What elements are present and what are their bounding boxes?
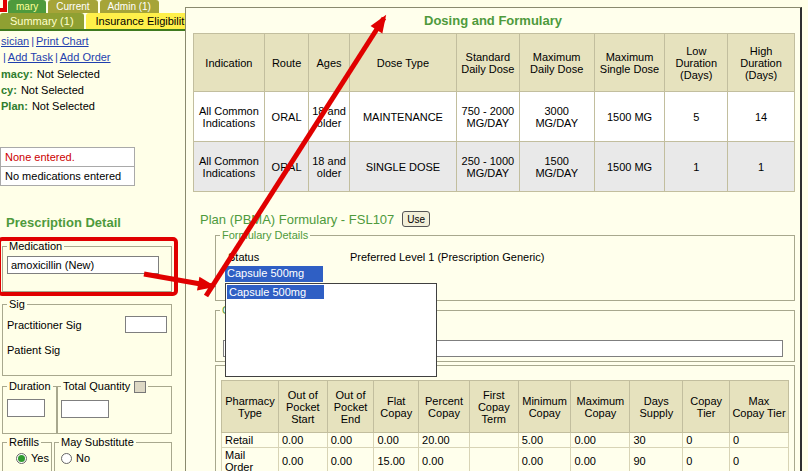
column-header: Indication xyxy=(194,34,265,92)
no-radio[interactable] xyxy=(61,453,72,464)
selection-label: cy: xyxy=(1,84,17,96)
physician-link[interactable]: sician xyxy=(1,35,29,47)
table-cell: All Common Indications xyxy=(194,142,265,192)
table-cell: 14 xyxy=(728,92,795,142)
tab-insurance-eligibility[interactable]: Insurance Eligibilit xyxy=(86,13,195,29)
form-dropdown-list: Capsule 500mg xyxy=(225,283,437,377)
table-cell: 15.00 xyxy=(374,448,419,471)
module-tab-bar: mary Current Admin (1) xyxy=(8,0,159,13)
yes-radio[interactable] xyxy=(16,453,27,464)
column-header: Maximum Daily Dose xyxy=(519,34,594,92)
plan-selection-row: Plan:Not Selected xyxy=(1,100,95,112)
duration-fieldset: Duration xyxy=(2,380,58,434)
add-order-link[interactable]: Add Order xyxy=(60,51,111,63)
add-task-link[interactable]: Add Task xyxy=(8,51,53,63)
separator: | xyxy=(55,51,58,63)
table-row: Mail Order0.000.0015.000.000.000.009000 xyxy=(222,448,789,471)
table-cell: 0.00 xyxy=(327,448,374,471)
copay-details-fieldset: Pharmacy TypeOut of Pocket StartOut of P… xyxy=(215,365,795,471)
column-header: Minimum Copay xyxy=(518,381,571,433)
table-cell: 1 xyxy=(728,142,795,192)
table-cell: 5.00 xyxy=(518,433,571,448)
column-header: Standard Daily Dose xyxy=(457,34,520,92)
chart-tab-bar: Summary (1) Insurance Eligibilit xyxy=(0,13,194,29)
copay-header-row: Pharmacy TypeOut of Pocket StartOut of P… xyxy=(222,381,789,433)
table-cell xyxy=(469,448,518,471)
tab-summary[interactable]: Summary (1) xyxy=(0,13,84,29)
column-header: Maximum Copay xyxy=(571,381,630,433)
column-header: Low Duration (Days) xyxy=(665,34,728,92)
table-cell: 0.00 xyxy=(518,448,571,471)
popup-title: Dosing and Formulary xyxy=(186,13,800,28)
table-cell: 0.00 xyxy=(571,433,630,448)
selection-label: macy: xyxy=(1,68,33,80)
print-chart-link[interactable]: Print Chart xyxy=(36,35,89,47)
dosing-table-body: All Common IndicationsORAL18 and olderMA… xyxy=(194,92,795,192)
prescription-detail-title: Prescription Detail xyxy=(6,215,121,230)
sig-fieldset: Sig Practitioner Sig Patient Sig xyxy=(2,298,172,376)
table-cell: SINGLE DOSE xyxy=(349,142,456,192)
table-cell: 30 xyxy=(630,433,683,448)
table-row: All Common IndicationsORAL18 and olderMA… xyxy=(194,92,795,142)
tab-admin[interactable]: Admin (1) xyxy=(100,0,159,13)
practitioner-sig-row: Practitioner Sig xyxy=(7,312,167,337)
patient-sig-label: Patient Sig xyxy=(7,344,167,356)
dropdown-option-capsule-500mg[interactable]: Capsule 500mg xyxy=(227,285,324,299)
no-label: No xyxy=(76,452,90,464)
table-cell: 1500 MG xyxy=(594,142,665,192)
copay-table-body: Retail0.000.000.0020.005.000.003000Mail … xyxy=(222,433,789,471)
table-cell: 1 xyxy=(665,142,728,192)
tab-current[interactable]: Current xyxy=(48,0,97,13)
table-cell: 0.00 xyxy=(278,433,327,448)
tab-underline xyxy=(0,29,188,31)
table-cell: 0 xyxy=(729,448,788,471)
copay-table: Pharmacy TypeOut of Pocket StartOut of P… xyxy=(221,380,789,471)
table-row: All Common IndicationsORAL18 and olderSI… xyxy=(194,142,795,192)
medication-input[interactable] xyxy=(7,256,159,274)
yes-label: Yes xyxy=(31,452,49,464)
tab-summary-partial[interactable]: mary xyxy=(8,0,46,13)
separator: | xyxy=(3,51,6,63)
table-cell: Mail Order xyxy=(222,448,279,471)
table-cell xyxy=(469,433,518,448)
total-quantity-legend: Total Quantity xyxy=(61,380,148,393)
total-quantity-label: Total Quantity xyxy=(63,380,130,392)
table-cell: 250 - 1000 MG/DAY xyxy=(457,142,520,192)
column-header: Pharmacy Type xyxy=(222,381,279,433)
practitioner-sig-input[interactable] xyxy=(125,316,167,333)
column-header: Out of Pocket Start xyxy=(278,381,327,433)
practitioner-sig-label: Practitioner Sig xyxy=(7,319,125,331)
status-row: Status Preferred Level 1 (Prescription G… xyxy=(220,251,790,263)
sig-legend: Sig xyxy=(7,298,27,310)
table-cell: 0.00 xyxy=(278,448,327,471)
plan-formulary-title: Plan (PBMA) Formulary - FSL107 xyxy=(200,212,394,227)
use-button[interactable]: Use xyxy=(402,211,430,227)
table-cell: 0 xyxy=(683,448,730,471)
duration-input[interactable] xyxy=(7,399,45,417)
column-header: Ages xyxy=(309,34,349,92)
table-cell: All Common Indications xyxy=(194,92,265,142)
may-substitute-radio-group: Yes No xyxy=(16,452,98,464)
column-header: Out of Pocket End xyxy=(327,381,374,433)
column-header: Route xyxy=(264,34,309,92)
quantity-calculator-button[interactable] xyxy=(134,381,146,393)
selection-value: Not Selected xyxy=(32,100,95,112)
table-cell: 5 xyxy=(665,92,728,142)
dosing-header-row: IndicationRouteAgesDose TypeStandard Dai… xyxy=(194,34,795,92)
form-combobox-input[interactable]: Capsule 500mg xyxy=(225,266,323,282)
table-cell: 0 xyxy=(683,433,730,448)
link-row-1: sician|Print Chart xyxy=(1,35,89,47)
medication-fieldset: Medication xyxy=(2,240,172,292)
column-header: Percent Copay xyxy=(419,381,470,433)
column-header: Copay Tier xyxy=(683,381,730,433)
column-header: Flat Copay xyxy=(374,381,419,433)
total-quantity-input[interactable] xyxy=(61,400,109,418)
column-header: Max Copay Tier xyxy=(729,381,788,433)
table-cell: 0.00 xyxy=(419,448,470,471)
may-substitute-legend: May Substitute xyxy=(59,436,136,448)
refills-legend: Refills xyxy=(7,436,41,448)
allergies-status-text: None entered. xyxy=(1,148,134,167)
patient-sig-row: Patient Sig xyxy=(7,337,167,362)
status-value: Preferred Level 1 (Prescription Generic) xyxy=(350,251,544,263)
medication-legend: Medication xyxy=(7,240,64,252)
